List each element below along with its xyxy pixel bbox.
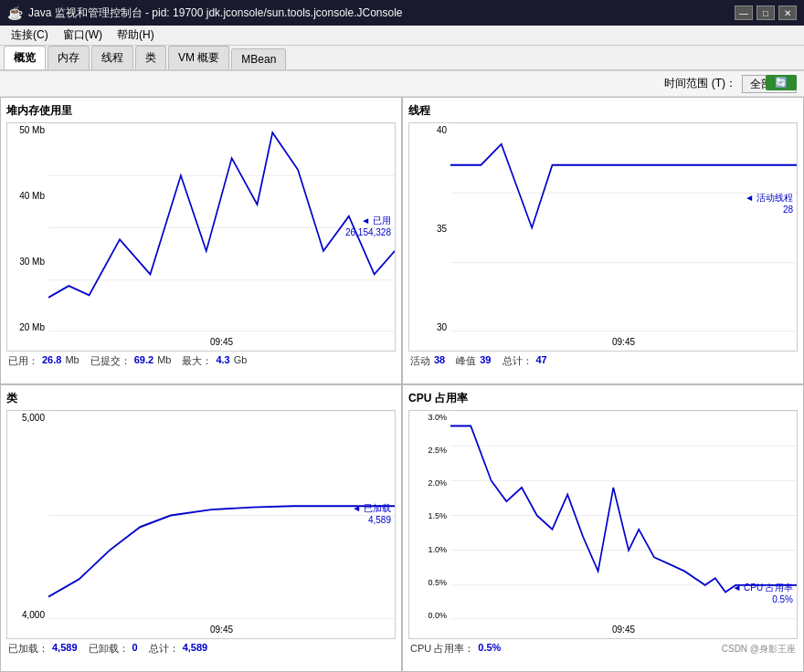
- threads-title: 线程: [408, 103, 798, 119]
- classes-title: 类: [6, 391, 396, 406]
- minimize-button[interactable]: —: [735, 5, 753, 20]
- tab-vm[interactable]: VM 概要: [168, 46, 229, 69]
- threads-chart: 40 35 30 09:45 ◄ 活动线程: [408, 122, 798, 352]
- title-bar: ☕ Java 监视和管理控制台 - pid: 19700 jdk.jconsol…: [0, 0, 804, 26]
- heap-max: 最大： 4.3 Gb: [182, 354, 247, 368]
- threads-panel: 线程 40 35 30 09:45: [402, 97, 804, 384]
- time-range-label: 时间范围 (T)：: [664, 76, 736, 91]
- heap-used: 已用： 26.8 Mb: [8, 354, 79, 368]
- classes-total: 总计： 4,589: [149, 642, 208, 656]
- threads-svg: [450, 123, 797, 332]
- toolbar: 时间范围 (T)： 全部 1小时 2小时 6小时 1天 🔄: [0, 71, 804, 97]
- app-icon: ☕: [7, 5, 23, 20]
- tab-mbean[interactable]: MBean: [231, 48, 286, 69]
- tab-bar: 概览 内存 线程 类 VM 概要 MBean: [0, 46, 804, 71]
- threads-x-axis: 09:45: [450, 332, 797, 351]
- classes-grid: [48, 411, 395, 620]
- heap-memory-title: 堆内存使用里: [6, 103, 396, 119]
- heap-x-axis: 09:45: [48, 332, 395, 351]
- heap-memory-panel: 堆内存使用里 50 Mb 40 Mb 30 Mb 20 Mb: [0, 97, 402, 384]
- classes-footer: 已加载： 4,589 已卸载： 0 总计： 4,589: [6, 639, 396, 656]
- refresh-button[interactable]: 🔄: [766, 75, 797, 90]
- heap-y-axis: 50 Mb 40 Mb 30 Mb 20 Mb: [7, 123, 48, 332]
- tab-threads[interactable]: 线程: [91, 46, 133, 69]
- cpu-x-axis: 09:45: [450, 620, 797, 638]
- threads-active: 活动 38: [410, 354, 445, 368]
- cpu-title: CPU 占用率: [408, 391, 798, 406]
- maximize-button[interactable]: □: [756, 5, 775, 20]
- cpu-footer: CPU 占用率： 0.5% CSDN @身影王座: [408, 639, 798, 656]
- classes-panel: 类 5,000 4,000 09:45 ◄ 已加载: [0, 384, 402, 672]
- cpu-panel: CPU 占用率 3.0% 2.5% 2.0% 1.5% 1.0% 0.5% 0.…: [402, 384, 804, 672]
- classes-loaded: 已加载： 4,589: [8, 642, 78, 656]
- menu-help[interactable]: 帮助(H): [110, 26, 162, 45]
- classes-legend: ◄ 已加载 4,589: [352, 502, 391, 525]
- threads-peak: 峰值 39: [456, 354, 491, 368]
- threads-grid: [450, 123, 797, 332]
- tab-memory[interactable]: 内存: [48, 46, 90, 69]
- heap-committed: 已提交： 69.2 Mb: [90, 354, 172, 368]
- window-controls[interactable]: — □ ✕: [735, 5, 797, 20]
- cpu-chart: 3.0% 2.5% 2.0% 1.5% 1.0% 0.5% 0.0%: [408, 410, 798, 639]
- tab-classes[interactable]: 类: [135, 46, 166, 69]
- menu-connect[interactable]: 连接(C): [4, 26, 56, 45]
- cpu-usage: CPU 占用率： 0.5%: [410, 642, 501, 656]
- cpu-y-axis: 3.0% 2.5% 2.0% 1.5% 1.0% 0.5% 0.0%: [409, 411, 450, 620]
- threads-y-axis: 40 35 30: [409, 123, 450, 332]
- heap-grid: [48, 123, 395, 332]
- window-title: Java 监视和管理控制台 - pid: 19700 jdk.jconsole/…: [28, 5, 735, 21]
- classes-svg: [48, 411, 395, 620]
- classes-x-axis: 09:45: [48, 620, 395, 638]
- watermark: CSDN @身影王座: [722, 643, 796, 656]
- menu-window[interactable]: 窗口(W): [56, 26, 110, 45]
- tab-overview[interactable]: 概览: [4, 46, 46, 69]
- threads-footer: 活动 38 峰值 39 总计： 47: [408, 352, 798, 368]
- close-button[interactable]: ✕: [778, 5, 797, 20]
- classes-y-axis: 5,000 4,000: [7, 411, 48, 620]
- heap-legend: ◄ 已用 26,154,328: [345, 215, 391, 237]
- heap-svg: [48, 123, 395, 332]
- threads-total: 总计： 47: [503, 354, 547, 368]
- cpu-legend: ◄ CPU 占用率 0.5%: [732, 582, 793, 604]
- menu-bar: 连接(C) 窗口(W) 帮助(H): [0, 26, 804, 46]
- heap-memory-chart: 50 Mb 40 Mb 30 Mb 20 Mb: [6, 122, 396, 352]
- main-content: 堆内存使用里 50 Mb 40 Mb 30 Mb 20 Mb: [0, 97, 804, 672]
- heap-footer: 已用： 26.8 Mb 已提交： 69.2 Mb 最大： 4.3 Gb: [6, 352, 396, 368]
- threads-legend: ◄ 活动线程 28: [745, 192, 793, 215]
- classes-chart: 5,000 4,000 09:45 ◄ 已加载 4,589: [6, 410, 396, 639]
- classes-unloaded: 已卸载： 0: [89, 642, 138, 656]
